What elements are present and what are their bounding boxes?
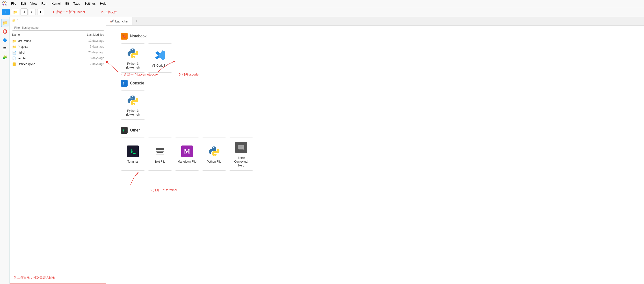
table-row[interactable]: 📒 Untitled.ipynb 2 days ago <box>10 61 106 67</box>
text-file-card-icon <box>153 144 167 158</box>
python3-console-card[interactable]: Python 3 (ipykernel) <box>121 91 145 120</box>
file-panel-header: 📁 / <box>10 17 106 24</box>
help-icon-box <box>235 142 247 153</box>
section-other-label: Other <box>130 128 140 133</box>
table-row[interactable]: 📁 lost+found 12 days ago <box>10 38 106 44</box>
sidebar-extensions-button[interactable]: 🧩 <box>1 54 9 61</box>
menu-tabs[interactable]: Tabs <box>71 1 82 6</box>
menu-bar: File Edit View Run Kernel Git Tabs Setti… <box>0 0 644 7</box>
open-folder-button[interactable]: 📁 <box>11 9 19 15</box>
menu-edit[interactable]: Edit <box>18 1 28 6</box>
file-name-text: 📄 text.txt <box>12 56 75 60</box>
console-section-icon: $_ <box>121 80 128 87</box>
python3-card-icon <box>126 47 140 60</box>
file-icon-hfd: 📄 <box>12 51 16 55</box>
sidebar-files-button[interactable]: 📁 <box>1 19 9 26</box>
other-cards: $_ Terminal <box>121 138 630 171</box>
svg-point-2 <box>3 4 4 5</box>
filebrowser-annotation3: 3. 工作目录，可双击进入目录 <box>12 273 104 282</box>
python3-console-label: Python 3 (ipykernel) <box>123 109 143 117</box>
markdown-card-icon: M <box>180 144 194 158</box>
text-file-card-label: Text File <box>155 160 166 164</box>
col-modified-header: Last Modified <box>75 33 104 36</box>
annotation6: 6. 打开一个terminal <box>126 181 177 192</box>
filter-input[interactable] <box>12 25 104 31</box>
refresh-icon: ↻ <box>31 10 34 14</box>
file-table: Name Last Modified 📁 lost+found 12 days … <box>10 32 106 272</box>
file-name-hfd: 📄 hfd.sh <box>12 51 75 55</box>
notebook-section-icon: 🔖 <box>121 33 128 40</box>
python3-console-icon <box>126 94 140 107</box>
notebook-cards: Python 3 (ipykernel) VS Code [↗] <box>121 43 630 73</box>
folder-breadcrumb-icon: 📁 <box>12 19 16 22</box>
contextual-help-card[interactable]: Show Contextual Help <box>229 138 253 171</box>
other-section-icon: $_ <box>121 127 128 134</box>
upload-icon: ⬆ <box>22 10 26 14</box>
breadcrumb-path: / <box>17 19 18 22</box>
terminal-card-icon: $_ <box>126 144 140 158</box>
tab-add-button[interactable]: + <box>132 18 141 24</box>
python3-card-label: Python 3 (ipykernel) <box>123 62 143 69</box>
upload-button[interactable]: ⬆ <box>20 8 28 15</box>
menu-help[interactable]: Help <box>98 1 108 6</box>
terminal-card[interactable]: $_ Terminal <box>121 138 145 171</box>
git-button[interactable]: ✦ <box>37 9 44 15</box>
notebook-icon: 📒 <box>12 62 16 66</box>
python-file-card-label: Python File <box>207 160 221 164</box>
markdown-card-label: Markdown File <box>178 160 196 164</box>
sidebar-git-button[interactable]: 🔷 <box>1 36 9 44</box>
help-card-icon <box>234 141 248 154</box>
annotation5: 5. 打开vscode <box>179 72 199 77</box>
file-browser-panel: 📁 / Name Last Modified 📁 lost+found 12 d… <box>10 17 106 284</box>
sidebar-icons: 📁 ⭕ 🔷 ☰ 🧩 <box>0 17 10 284</box>
menu-settings[interactable]: Settings <box>82 1 98 6</box>
folder-icon: 📁 <box>13 10 17 14</box>
file-name-lostfound: 📁 lost+found <box>12 39 75 43</box>
menu-file[interactable]: File <box>9 1 18 6</box>
main-layout: 📁 ⭕ 🔷 ☰ 🧩 📁 / Name Last Modified 📁 lost+… <box>0 17 644 284</box>
refresh-button[interactable]: ↻ <box>29 9 36 15</box>
svg-marker-5 <box>160 50 165 60</box>
table-row[interactable]: 📄 text.txt 3 days ago <box>10 55 106 61</box>
text-file-card[interactable]: Text File <box>148 138 172 171</box>
python-file-card[interactable]: Python File <box>202 138 226 171</box>
svg-point-3 <box>5 4 6 5</box>
file-icon-text: 📄 <box>12 56 16 60</box>
plus-icon: + <box>5 10 7 14</box>
menu-kernel[interactable]: Kernel <box>50 1 62 6</box>
python3-notebook-card[interactable]: Python 3 (ipykernel) <box>121 43 145 73</box>
table-row[interactable]: 📄 hfd.sh 23 days ago <box>10 50 106 55</box>
menu-git[interactable]: Git <box>63 1 71 6</box>
launcher-panel: 🔖 Notebook Python 3 (ipykernel) <box>106 25 644 284</box>
tab-bar: 🚀 Launcher + <box>106 17 644 25</box>
terminal-dollar: $_ <box>130 149 136 154</box>
help-card-label: Show Contextual Help <box>231 156 251 167</box>
col-name-header: Name <box>12 33 75 36</box>
section-header-console: $_ Console <box>121 80 630 87</box>
svg-point-1 <box>4 2 5 3</box>
jupyter-logo <box>2 1 7 6</box>
folder-icon-projects: 📁 <box>12 45 16 49</box>
section-header-other: $_ Other <box>121 127 630 134</box>
tab-launcher-label: Launcher <box>115 19 128 23</box>
file-name-notebook: 📒 Untitled.ipynb <box>12 62 75 66</box>
menu-run[interactable]: Run <box>40 1 49 6</box>
tab-launcher[interactable]: 🚀 Launcher <box>106 17 132 25</box>
toolbar: + 📁 ⬆ ↻ ✦ 1. 启动一个新的luncher 2. 上传文件 <box>0 7 644 17</box>
section-header-notebook: 🔖 Notebook <box>121 33 630 40</box>
git-icon: ✦ <box>39 10 42 14</box>
new-launcher-button[interactable]: + <box>2 9 10 15</box>
python-file-card-icon <box>207 144 221 158</box>
section-notebook-label: Notebook <box>130 34 147 38</box>
toolbar-annotation2: 2. 上传文件 <box>101 10 117 14</box>
table-row[interactable]: 📁 Projects 3 days ago <box>10 44 106 50</box>
markdown-file-card[interactable]: M Markdown File <box>175 138 199 171</box>
menu-view[interactable]: View <box>28 1 39 6</box>
main-content: 🚀 Launcher + 🔖 Notebook <box>106 17 644 284</box>
sidebar-running-button[interactable]: ⭕ <box>1 27 9 35</box>
file-table-header[interactable]: Name Last Modified <box>10 32 106 38</box>
markdown-logo-box: M <box>181 145 193 157</box>
folder-icon-lostfound: 📁 <box>12 39 16 43</box>
sidebar-toc-button[interactable]: ☰ <box>1 45 9 53</box>
toolbar-annotation1: 1. 启动一个新的luncher <box>53 10 85 14</box>
